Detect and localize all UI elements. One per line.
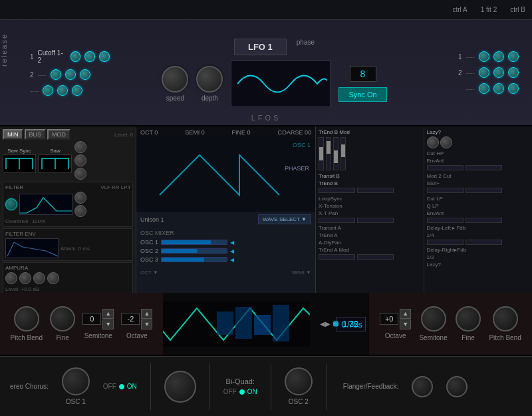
right-knob-3[interactable] (508, 51, 519, 62)
osc-display: OSC 1 PHASER (136, 138, 316, 212)
osc1-icon: ◀ (230, 240, 234, 246)
r-slider-5[interactable] (427, 218, 464, 223)
amp-knob-1[interactable] (5, 272, 17, 284)
quarter-label: 1/4 (427, 232, 530, 238)
lfo-wave-svg (234, 64, 327, 104)
right-knob-8[interactable] (493, 83, 504, 94)
osc2-fader[interactable] (161, 248, 227, 254)
right-param-row-3: ---- (439, 83, 519, 94)
octave-up-btn[interactable]: ▲ (141, 309, 152, 319)
center-knob[interactable] (164, 371, 196, 403)
param-knob-2[interactable] (65, 69, 76, 80)
osc1-label: OSC 1 (140, 239, 158, 246)
slider-v-4[interactable] (340, 137, 346, 170)
r-slider-7[interactable] (427, 240, 464, 245)
filter-type: VLF (100, 184, 110, 190)
cutoff-knob-3[interactable] (99, 51, 110, 62)
filter-knob-1[interactable] (5, 198, 17, 210)
slider-v-1[interactable] (319, 137, 324, 170)
right-knob-1[interactable] (479, 51, 489, 62)
octave-right-up-btn[interactable]: ▲ (400, 309, 411, 319)
osc-knob-3[interactable] (74, 168, 86, 180)
slider-v-2[interactable] (326, 137, 331, 170)
pitch-bend-left: Pitch Bend (11, 306, 43, 341)
osc-controls: Unison 1 WAVE SELECT ▼ (136, 212, 315, 227)
cutoff-knob-1[interactable] (70, 51, 81, 62)
right-sliders-2 (427, 188, 530, 193)
ctrl-b-label: ctrl B (510, 6, 525, 13)
osc1-effect-label: OSC 1 (66, 398, 86, 405)
semitone-right-knob[interactable] (421, 306, 446, 331)
half-label: 1/2 (427, 254, 530, 260)
r-slider-4[interactable] (466, 188, 502, 193)
tab-mod[interactable]: MOD (47, 129, 70, 140)
right-knob-6[interactable] (508, 67, 519, 78)
overdrive-label: Overdrive (5, 218, 29, 224)
amp-knob-3[interactable] (33, 272, 45, 284)
fine-right-knob[interactable] (456, 306, 481, 331)
osc2-knob[interactable] (285, 367, 313, 395)
depth-knob[interactable] (196, 66, 223, 93)
synth-panel-left: MIN BUS MOD Level: 0 Saw Sync Saw (0, 126, 136, 293)
r-slider-2[interactable] (466, 165, 502, 170)
tab-min[interactable]: MIN (3, 129, 23, 140)
osc-knob-2[interactable] (74, 154, 86, 166)
fine-right-label: Fine (462, 334, 474, 341)
param-knob-5[interactable] (57, 85, 68, 96)
pitch-bend-right-knob[interactable] (493, 306, 518, 331)
fine-left-knob[interactable] (50, 306, 75, 331)
tab-bus[interactable]: BUS (25, 129, 47, 140)
amp-knob-2[interactable] (19, 272, 31, 284)
semitone-down-btn[interactable]: ▼ (102, 319, 114, 329)
mod-knob-2[interactable] (440, 136, 452, 148)
radio-on-1[interactable] (119, 383, 124, 391)
octave-down-btn[interactable]: ▼ (141, 319, 152, 329)
x-tension-val: X-T Pan (319, 210, 421, 216)
filter-knob-2[interactable] (74, 192, 86, 204)
param-knob-6[interactable] (72, 85, 82, 96)
mod-knob-1[interactable] (427, 136, 439, 148)
amp-knob-4[interactable] (47, 272, 59, 284)
octave-right: +0 ▲ ▼ Octave (380, 309, 411, 339)
osc1-knob[interactable] (62, 367, 90, 395)
osc3-fader[interactable] (161, 257, 227, 262)
r-slider-6[interactable] (466, 218, 502, 223)
octave-right-down-btn[interactable]: ▼ (400, 319, 411, 329)
semitone-up-btn[interactable]: ▲ (102, 309, 114, 319)
r-slider-1[interactable] (427, 165, 464, 170)
slider-v-3[interactable] (333, 137, 338, 170)
mod-right-col: Lazy? Cut HP EnvAnt Mod 2 Cut SS#+ Cut L (424, 126, 533, 293)
flanger-knob-1-ctrl[interactable] (412, 376, 433, 397)
param-knob-3[interactable] (80, 69, 90, 80)
slider-h-4[interactable] (357, 218, 394, 223)
right-knob-4[interactable] (479, 67, 489, 78)
r-slider-8[interactable] (466, 240, 502, 245)
r-slider-3[interactable] (427, 188, 464, 193)
lfo-main-area: 1 Cutoff 1-2 2 ---- ---- (0, 20, 532, 125)
biquad-radio[interactable] (239, 388, 245, 396)
filter-knob-3[interactable] (74, 205, 86, 217)
pitch-bend-left-knob[interactable] (14, 306, 39, 331)
cutoff-knob-2[interactable] (84, 51, 95, 62)
slider-h-5[interactable] (319, 254, 355, 260)
param-knob-1[interactable] (51, 69, 61, 80)
biquad-off-label: OFF (223, 388, 237, 395)
right-knob-9[interactable] (508, 83, 519, 94)
sync-button[interactable]: Sync On (338, 87, 386, 102)
speed-knob[interactable] (162, 66, 188, 93)
param-knob-4[interactable] (43, 85, 53, 96)
right-knob-7[interactable] (479, 83, 489, 94)
right-knob-2[interactable] (493, 51, 504, 62)
wave-select-btn[interactable]: WAVE SELECT ▼ (258, 214, 311, 224)
slider-h-6[interactable] (357, 254, 394, 260)
slider-h-1[interactable] (319, 188, 355, 193)
env-ant-label: EnvAnt (427, 158, 530, 164)
slider-h-3[interactable] (319, 218, 355, 223)
slider-h-2[interactable] (357, 188, 394, 193)
osc-knob-1[interactable] (74, 141, 86, 153)
right-knob-5[interactable] (493, 67, 504, 78)
lfo-sync-controls: 8 Sync On (338, 66, 386, 102)
flanger-knob-2-ctrl[interactable] (446, 376, 467, 397)
lfo-center-controls: LFO 1 phase speed depth (120, 39, 429, 107)
osc1-fader[interactable] (161, 240, 227, 245)
